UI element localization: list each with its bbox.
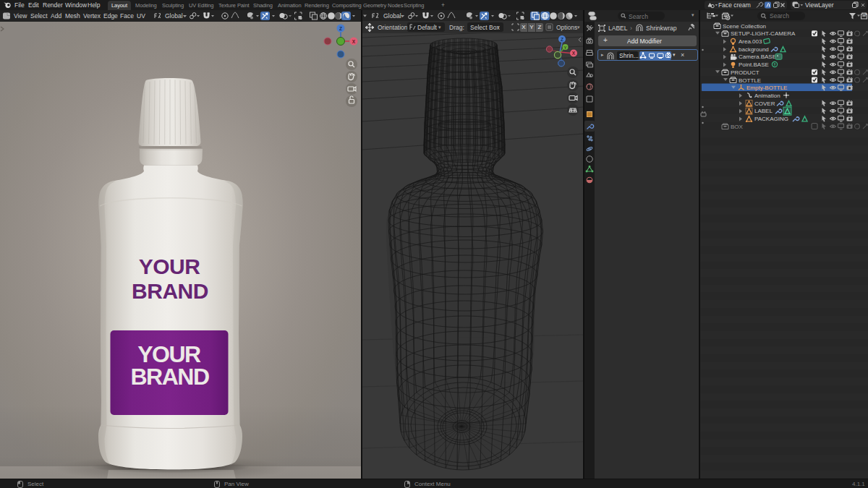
svg-text:Point.BASE: Point.BASE (739, 61, 769, 68)
svg-text:Animation: Animation (754, 93, 780, 99)
svg-text:Area.003: Area.003 (739, 38, 762, 45)
svg-text:X: X (572, 51, 576, 56)
svg-text:COVER: COVER (754, 100, 775, 107)
svg-text:LABEL: LABEL (754, 108, 773, 114)
svg-text:X: X (352, 39, 356, 44)
svg-text:Search: Search (770, 12, 789, 20)
svg-text:Empty-BOTTLE: Empty-BOTTLE (746, 85, 787, 91)
svg-text:Y: Y (563, 46, 566, 50)
svg-text:BRAND: BRAND (130, 364, 208, 390)
svg-text:PACKAGING: PACKAGING (754, 116, 788, 122)
svg-text:Scene Collection: Scene Collection (723, 23, 766, 30)
svg-text:BOTTLE: BOTTLE (739, 77, 761, 84)
svg-text:SETUP-LIGHT-CAMERA: SETUP-LIGHT-CAMERA (731, 30, 796, 37)
svg-text:PRODUCT: PRODUCT (731, 69, 760, 76)
svg-text:YOUR: YOUR (139, 254, 201, 278)
svg-text:Z: Z (339, 26, 342, 31)
svg-text:BRAND: BRAND (132, 279, 208, 303)
svg-text:background: background (739, 46, 769, 53)
svg-text:Camera.BASE: Camera.BASE (739, 53, 776, 60)
svg-text:BOX: BOX (731, 124, 744, 130)
svg-text:o: o (865, 12, 867, 16)
svg-text:Z: Z (561, 37, 563, 42)
